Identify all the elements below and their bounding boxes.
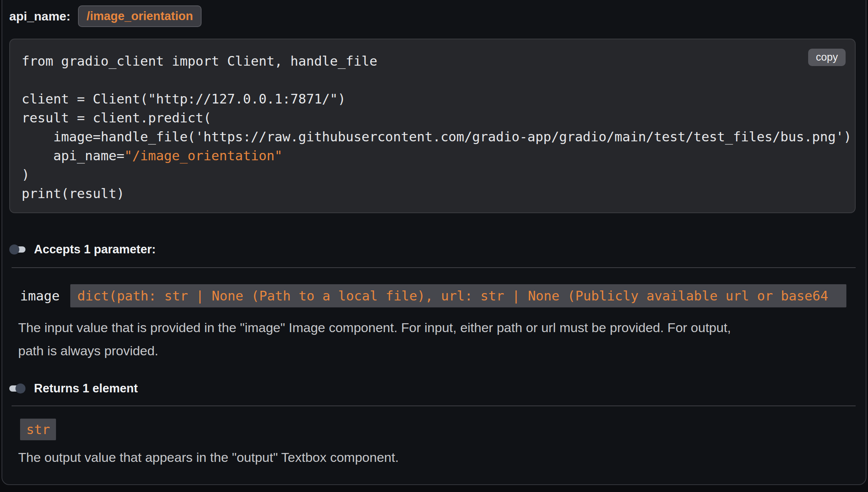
section-divider [12,267,856,268]
parameter-description: The input value that is provided in the … [18,316,856,362]
code-api-name-value: "/image_orientation" [124,148,282,163]
endpoint-header: api_name: /image_orientation [9,5,856,27]
code-api-name-prefix: api_name= [22,148,124,163]
parameter-name: image [20,288,59,304]
code-line [22,71,855,90]
code-line: print(result) [22,184,855,203]
return-toggle-icon [9,383,25,394]
code-line: from gradio_client import Client, handle… [22,52,855,71]
endpoint-name-badge: /image_orientation [78,5,202,27]
accepts-heading: Accepts 1 parameter: [34,243,156,256]
parameter-row: image dict(path: str | None (Path to a l… [20,284,856,307]
parameter-description-line: path is always provided. [18,339,856,362]
parameter-type-badge: dict(path: str | None (Path to a local f… [70,284,846,307]
returns-heading: Returns 1 element [34,382,138,395]
endpoint-panel: api_name: /image_orientation copy from g… [2,0,866,485]
code-line: result = client.predict( [22,109,855,127]
parameter-description-line: The input value that is provided in the … [18,316,856,339]
return-description: The output value that appears in the "ou… [18,446,856,469]
code-snippet-block: copy from gradio_client import Client, h… [9,39,856,213]
parameter-toggle-icon [9,244,25,254]
code-line: client = Client("http://127.0.0.1:7871/"… [22,90,855,109]
accepts-section-header: Accepts 1 parameter: [9,243,856,256]
return-type-badge: str [20,419,56,440]
code-line: api_name="/image_orientation" [22,146,855,165]
copy-button[interactable]: copy [808,49,846,66]
returns-section-header: Returns 1 element [9,382,856,395]
code-line: ) [22,165,855,184]
section-divider [12,405,856,406]
code-snippet: from gradio_client import Client, handle… [22,52,855,203]
api-docs-screen: api_name: /image_orientation copy from g… [0,0,868,492]
api-name-label: api_name: [9,9,70,24]
code-line: image=handle_file('https://raw.githubuse… [22,127,855,146]
